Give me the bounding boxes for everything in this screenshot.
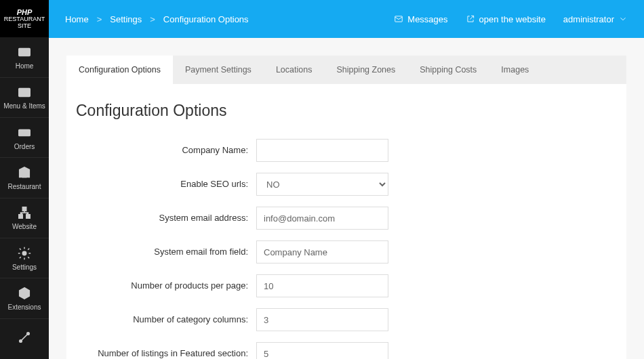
svg-rect-11 bbox=[395, 16, 403, 22]
logo: PHP RESTAURANT SITE bbox=[0, 0, 49, 37]
tab-shipping-costs[interactable]: Shipping Costs bbox=[407, 56, 489, 84]
user-label: administrator bbox=[563, 14, 614, 24]
row-from-field: System email from field: bbox=[73, 240, 620, 263]
svg-point-10 bbox=[27, 333, 30, 335]
row-per-page: Number of products per page: bbox=[73, 274, 620, 297]
messages-link[interactable]: Messages bbox=[394, 14, 447, 24]
restaurant-icon bbox=[17, 165, 32, 180]
sidebar-item-home[interactable]: Home bbox=[0, 37, 49, 77]
sidebar-item-extensions[interactable]: Extensions bbox=[0, 278, 49, 318]
page-title: Configuration Options bbox=[73, 102, 620, 120]
topbar: Home > Settings > Configuration Options … bbox=[49, 0, 644, 38]
svg-rect-7 bbox=[26, 215, 31, 219]
tab-shipping-zones[interactable]: Shipping Zones bbox=[324, 56, 407, 84]
top-right: Messages open the website administrator bbox=[394, 14, 628, 24]
sidebar-item-label: Orders bbox=[14, 143, 35, 150]
external-icon bbox=[466, 14, 475, 24]
input-cat-cols[interactable] bbox=[256, 308, 388, 331]
gear-icon bbox=[17, 246, 32, 261]
sidebar: PHP RESTAURANT SITE Home Menu & Items Or… bbox=[0, 0, 49, 359]
messages-label: Messages bbox=[407, 14, 447, 24]
website-icon bbox=[17, 205, 32, 220]
logo-line1: PHP bbox=[17, 8, 33, 16]
main: Configuration Options Payment Settings L… bbox=[49, 38, 644, 359]
sidebar-item-more[interactable] bbox=[0, 319, 49, 359]
svg-point-9 bbox=[20, 340, 22, 343]
tab-payment[interactable]: Payment Settings bbox=[173, 56, 264, 84]
label-from-field: System email from field: bbox=[73, 247, 256, 258]
input-featured[interactable] bbox=[256, 342, 388, 359]
input-from-field[interactable] bbox=[256, 240, 388, 263]
nodes-icon bbox=[17, 330, 32, 345]
sidebar-item-label: Website bbox=[12, 223, 37, 230]
svg-rect-5 bbox=[22, 207, 26, 211]
sidebar-item-label: Settings bbox=[12, 263, 37, 271]
sidebar-item-label: Menu & Items bbox=[3, 102, 45, 110]
row-company-name: Company Name: bbox=[73, 139, 620, 162]
open-website-link[interactable]: open the website bbox=[466, 14, 546, 24]
message-icon bbox=[394, 14, 403, 24]
tab-configuration[interactable]: Configuration Options bbox=[66, 56, 173, 84]
breadcrumb-sep: > bbox=[97, 14, 102, 24]
label-company-name: Company Name: bbox=[73, 145, 256, 156]
breadcrumb: Home > Settings > Configuration Options bbox=[65, 14, 249, 24]
label-seo: Enable SEO urls: bbox=[73, 179, 256, 190]
home-icon bbox=[17, 45, 32, 60]
input-company-name[interactable] bbox=[256, 139, 388, 162]
svg-rect-6 bbox=[19, 215, 23, 219]
sidebar-item-website[interactable]: Website bbox=[0, 198, 49, 238]
tab-images[interactable]: Images bbox=[489, 56, 541, 84]
tab-locations[interactable]: Locations bbox=[264, 56, 325, 84]
breadcrumb-settings[interactable]: Settings bbox=[110, 14, 142, 24]
label-system-email: System email address: bbox=[73, 213, 256, 224]
svg-point-8 bbox=[22, 251, 26, 255]
row-seo: Enable SEO urls: NO bbox=[73, 173, 620, 196]
label-cat-cols: Number of category columns: bbox=[73, 314, 256, 326]
user-menu[interactable]: administrator bbox=[563, 14, 628, 24]
breadcrumb-current: Configuration Options bbox=[163, 14, 249, 24]
row-system-email: System email address: bbox=[73, 207, 620, 230]
label-per-page: Number of products per page: bbox=[73, 280, 256, 292]
row-cat-cols: Number of category columns: bbox=[73, 308, 620, 331]
input-per-page[interactable] bbox=[256, 274, 388, 297]
box-icon bbox=[17, 286, 32, 301]
sidebar-item-label: Extensions bbox=[8, 303, 41, 311]
chevron-down-icon bbox=[618, 14, 628, 24]
sidebar-item-restaurant[interactable]: Restaurant bbox=[0, 158, 49, 198]
card: Configuration Options Company Name: Enab… bbox=[66, 84, 626, 359]
open-website-label: open the website bbox=[479, 14, 546, 24]
sidebar-item-label: Home bbox=[16, 62, 34, 70]
menu-icon bbox=[17, 85, 32, 100]
svg-rect-1 bbox=[19, 89, 31, 97]
logo-line3: SITE bbox=[18, 23, 31, 30]
input-system-email[interactable] bbox=[256, 207, 388, 230]
row-featured: Number of listings in Featured section: bbox=[73, 342, 620, 359]
tabs: Configuration Options Payment Settings L… bbox=[66, 56, 626, 84]
svg-point-4 bbox=[23, 131, 26, 134]
sidebar-item-menu[interactable]: Menu & Items bbox=[0, 78, 49, 118]
label-featured: Number of listings in Featured section: bbox=[73, 348, 256, 359]
sidebar-item-label: Restaurant bbox=[8, 183, 41, 190]
orders-icon bbox=[17, 125, 32, 140]
breadcrumb-sep: > bbox=[150, 14, 155, 24]
sidebar-item-settings[interactable]: Settings bbox=[0, 238, 49, 278]
breadcrumb-home[interactable]: Home bbox=[65, 14, 89, 24]
sidebar-item-orders[interactable]: Orders bbox=[0, 118, 49, 158]
select-seo[interactable]: NO bbox=[256, 173, 388, 196]
